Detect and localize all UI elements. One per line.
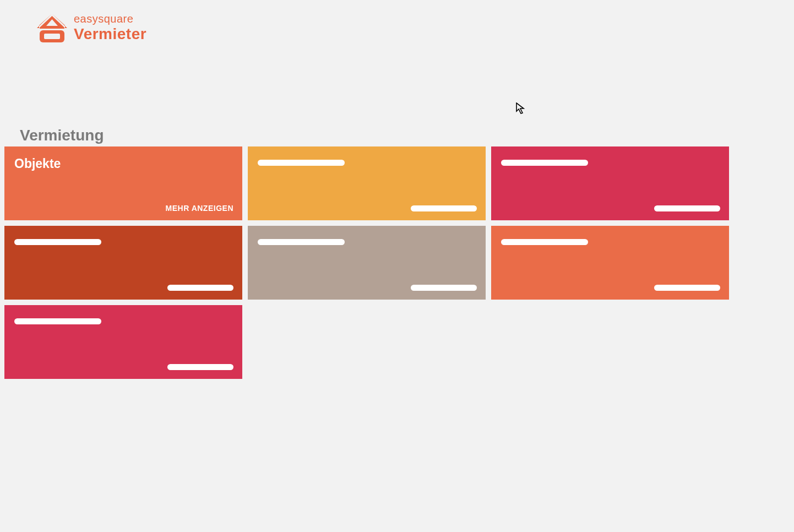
tile-3[interactable]: [491, 146, 729, 220]
tile-objekte[interactable]: Objekte MEHR ANZEIGEN: [4, 146, 242, 220]
brand-top: easysquare: [74, 13, 146, 25]
app-header: easysquare Vermieter: [37, 13, 146, 43]
tile-footer-redacted: [654, 205, 720, 211]
tile-footer-redacted: [654, 285, 720, 291]
tile-title-redacted: [501, 160, 588, 166]
brand-bottom: Vermieter: [74, 25, 146, 43]
tile-6[interactable]: [491, 226, 729, 300]
tile-title-redacted: [14, 239, 101, 245]
tile-2[interactable]: [248, 146, 486, 220]
tile-4[interactable]: [4, 226, 242, 300]
svg-rect-1: [44, 34, 60, 39]
tile-footer: MEHR ANZEIGEN: [166, 204, 233, 213]
tile-5[interactable]: [248, 226, 486, 300]
section-title: Vermietung: [20, 127, 104, 144]
tile-footer-redacted: [167, 285, 233, 291]
tile-title-redacted: [14, 318, 101, 324]
cursor-icon: [516, 102, 526, 115]
tile-title-redacted: [258, 239, 345, 245]
tile-title: Objekte: [14, 156, 232, 171]
tile-footer-redacted: [411, 205, 477, 211]
tile-title-redacted: [501, 239, 588, 245]
tile-7[interactable]: [4, 305, 242, 379]
tile-footer-redacted: [411, 285, 477, 291]
app-logo-text: easysquare Vermieter: [74, 13, 146, 43]
house-icon: [37, 14, 67, 42]
tile-grid: Objekte MEHR ANZEIGEN: [4, 146, 729, 379]
tile-footer-redacted: [167, 364, 233, 370]
tile-title-redacted: [258, 160, 345, 166]
